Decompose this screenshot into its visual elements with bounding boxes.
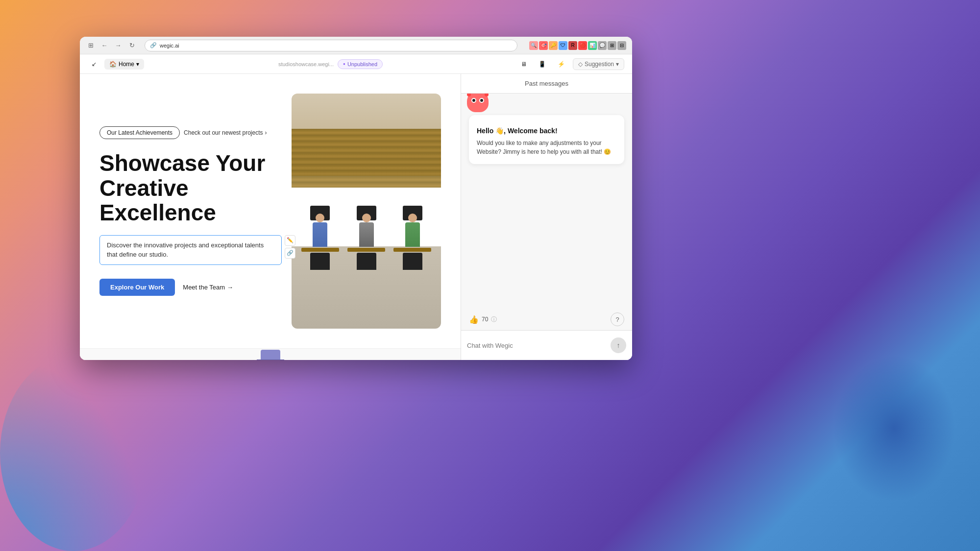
toolbar-right: 🖥 📱 ⚡ ◇ Suggestion ▾ [517, 58, 624, 70]
chat-send-button[interactable]: ↑ [611, 337, 626, 353]
chat-greeting: Hello 👋, Welcome back! [477, 127, 616, 135]
ai-ear-left [467, 94, 471, 96]
past-messages-label: Past messages [525, 80, 568, 87]
forward-button[interactable]: → [113, 41, 123, 50]
reload-button[interactable]: ↻ [127, 41, 137, 50]
person-3 [405, 222, 420, 247]
hero-title: Showcase Your Creative Excellence [99, 151, 282, 225]
hero-content: Our Latest Achievements Check out our ne… [99, 126, 282, 296]
chair-2 [357, 253, 376, 270]
suggestion-icon: ◇ [578, 61, 583, 68]
ext-icon-9[interactable]: ⊞ [608, 41, 616, 50]
help-button[interactable]: ? [611, 312, 624, 326]
home-label: Home [119, 61, 134, 68]
desk-unit-2 [345, 206, 387, 270]
meet-team-button[interactable]: Meet the Team → [183, 284, 233, 291]
chat-messages-area: Hello 👋, Welcome back! Would you like to… [461, 94, 632, 309]
ext-icon-5[interactable]: R [568, 41, 577, 50]
ai-eye-right [479, 98, 484, 103]
back-icon: ↙ [92, 61, 97, 68]
sidebar-toggle-icon[interactable]: ⊞ [86, 41, 96, 50]
chat-panel-header: Past messages [461, 74, 632, 94]
publish-status-badge[interactable]: ● Unpublished [338, 59, 383, 69]
website-footer-bar [80, 348, 461, 360]
toolbar-center: studioshowcase.wegi... ● Unpublished [148, 59, 513, 69]
edit-text-icon[interactable]: ✏️ [285, 235, 295, 246]
toolbar-left: ↙ 🏠 Home ▾ [88, 59, 144, 70]
ai-eye-left [471, 98, 476, 103]
ai-message-container: Hello 👋, Welcome back! Would you like to… [469, 101, 624, 164]
mobile-view-button[interactable]: 📱 [535, 59, 550, 70]
edit-icons-panel: ✏️ 🔗 [285, 235, 295, 259]
share-button[interactable]: ⚡ [554, 59, 569, 70]
chat-footer: ↑ [461, 330, 632, 360]
back-button[interactable]: ← [99, 41, 109, 50]
credits-count: 70 [482, 316, 488, 323]
home-chevron-icon: ▾ [136, 61, 139, 68]
back-to-editor-button[interactable]: ↙ [88, 59, 100, 70]
browser-window: ⊞ ← → ↻ 🔗 wegic.ai 🔍 🎯 🔑 🛡 R 🔴 📊 💬 ⊞ ⊟ ↙ [80, 37, 632, 360]
home-icon: 🏠 [109, 61, 117, 68]
bg-decoration-orange [0, 355, 147, 551]
description-text: Discover the innovative projects and exc… [107, 241, 264, 259]
info-icon: ⓘ [491, 315, 497, 324]
newest-link-arrow-icon: › [265, 129, 267, 136]
ai-avatar-body [467, 94, 489, 112]
ext-icon-6[interactable]: 🔴 [578, 41, 587, 50]
footer-laptop-icon [261, 350, 280, 359]
ai-avatar-ears [467, 94, 489, 96]
chat-input[interactable] [467, 336, 607, 354]
address-text: wegic.ai [160, 43, 179, 48]
chair-1 [310, 253, 330, 270]
suggestion-label: Suggestion [585, 61, 614, 68]
desk-surface-1 [301, 248, 340, 252]
chat-body-text: Would you like to make any adjustments t… [477, 139, 616, 156]
extension-icons: 🔍 🎯 🔑 🛡 R 🔴 📊 💬 ⊞ ⊟ [529, 41, 626, 50]
browser-content: Our Latest Achievements Check out our ne… [80, 74, 632, 360]
hero-section: Our Latest Achievements Check out our ne… [80, 74, 461, 348]
person-1 [313, 222, 327, 247]
browser-chrome: ⊞ ← → ↻ 🔗 wegic.ai 🔍 🎯 🔑 🛡 R 🔴 📊 💬 ⊞ ⊟ [80, 37, 632, 54]
ext-icon-3[interactable]: 🔑 [549, 41, 558, 50]
edit-link-icon[interactable]: 🔗 [285, 248, 295, 259]
home-nav-button[interactable]: 🏠 Home ▾ [104, 59, 144, 70]
bg-decoration-blue [833, 355, 956, 502]
description-wrapper: Discover the innovative projects and exc… [99, 235, 282, 265]
office-desks [299, 164, 434, 270]
ext-icon-1[interactable]: 🔍 [529, 41, 538, 50]
ai-avatar [467, 94, 489, 112]
website-preview: Our Latest Achievements Check out our ne… [80, 74, 461, 360]
url-display: studioshowcase.wegi... [278, 61, 334, 67]
address-bar[interactable]: 🔗 wegic.ai [145, 40, 517, 51]
suggestion-chevron-icon: ▾ [616, 61, 619, 68]
ext-icon-2[interactable]: 🎯 [539, 41, 548, 50]
person-2 [359, 222, 374, 247]
desk-surface-3 [393, 248, 432, 252]
chair-3 [403, 253, 422, 270]
chat-panel: Past messages [461, 74, 632, 360]
ext-icon-10[interactable]: ⊟ [617, 41, 626, 50]
newest-link-text: Check out our newest projects [184, 129, 263, 136]
ai-avatar-eyes [471, 98, 484, 103]
hero-image [292, 94, 441, 329]
office-scene-illustration [292, 94, 441, 329]
achievement-tag-row: Our Latest Achievements Check out our ne… [99, 126, 267, 139]
meet-team-arrow-icon: → [227, 284, 233, 291]
hero-buttons: Explore Our Work Meet the Team → [99, 279, 282, 296]
explore-work-button[interactable]: Explore Our Work [99, 279, 175, 296]
ai-ear-right [485, 94, 489, 96]
link-icon: 🔗 [150, 42, 157, 48]
status-dot-icon: ● [343, 62, 345, 66]
ext-icon-8[interactable]: 💬 [598, 41, 607, 50]
credit-icon: 👍 [469, 315, 479, 324]
ai-message-bubble: Hello 👋, Welcome back! Would you like to… [469, 115, 624, 164]
credits-area: 👍 70 ⓘ ? [461, 309, 632, 330]
newest-projects-link[interactable]: Check out our newest projects › [184, 129, 267, 136]
achievement-pill[interactable]: Our Latest Achievements [99, 126, 180, 139]
description-text-box[interactable]: Discover the innovative projects and exc… [99, 235, 282, 265]
suggestion-button[interactable]: ◇ Suggestion ▾ [573, 58, 624, 70]
ext-icon-7[interactable]: 📊 [588, 41, 597, 50]
desktop-view-button[interactable]: 🖥 [517, 59, 531, 70]
editor-toolbar: ↙ 🏠 Home ▾ studioshowcase.wegi... ● Unpu… [80, 54, 632, 74]
ext-icon-4[interactable]: 🛡 [559, 41, 567, 50]
